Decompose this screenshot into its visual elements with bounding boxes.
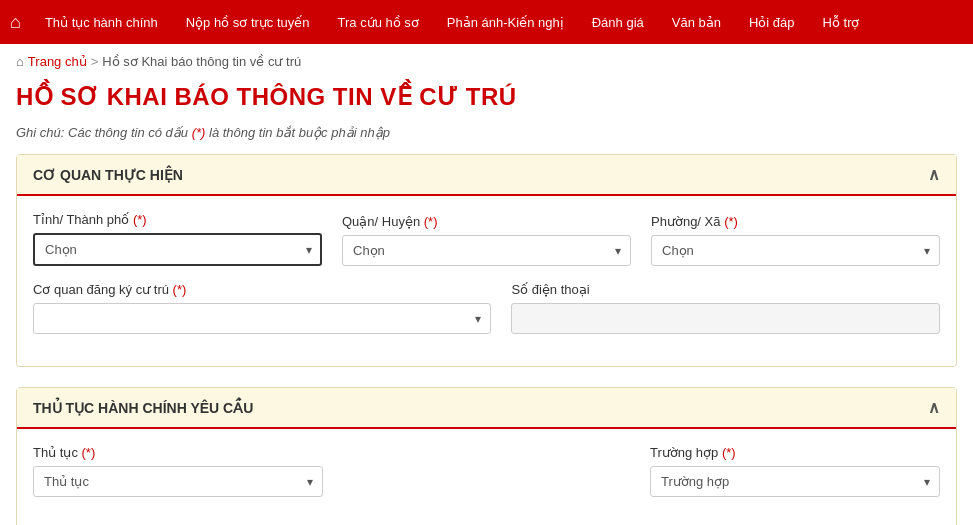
- section-thutuc-header[interactable]: THỦ TỤC HÀNH CHÍNH YÊU CẦU ∧: [17, 388, 956, 429]
- truonghop-select[interactable]: Trường hợp: [650, 466, 940, 497]
- form-row-coquan-sdt: Cơ quan đăng ký cư trú (*) Số điện thoại: [33, 282, 940, 334]
- note-asterisk: (*): [192, 125, 206, 140]
- truonghop-label: Trường hợp (*): [650, 445, 940, 460]
- thutuc-select[interactable]: Thủ tục: [33, 466, 323, 497]
- section-coquan-body: Tỉnh/ Thành phố (*) Chọn Quận/ Huyện (*)…: [17, 196, 956, 366]
- nav-item-vanban[interactable]: Văn bản: [658, 0, 735, 44]
- form-group-tinh: Tỉnh/ Thành phố (*) Chọn: [33, 212, 322, 266]
- phuong-label: Phường/ Xã (*): [651, 214, 940, 229]
- section-coquan-header[interactable]: CƠ QUAN THỰC HIỆN ∧: [17, 155, 956, 196]
- coquan-label: Cơ quan đăng ký cư trú (*): [33, 282, 491, 297]
- breadcrumb: ⌂ Trang chủ > Hồ sơ Khai báo thông tin v…: [0, 44, 973, 79]
- breadcrumb-home-icon: ⌂: [16, 54, 24, 69]
- breadcrumb-home-link[interactable]: Trang chủ: [28, 54, 87, 69]
- form-group-phuong: Phường/ Xã (*) Chọn: [651, 214, 940, 266]
- thutuc-label: Thủ tục (*): [33, 445, 323, 460]
- note-text: Ghi chú: Các thông tin có dấu: [16, 125, 192, 140]
- tinh-select[interactable]: Chọn: [33, 233, 322, 266]
- section-thutuc: THỦ TỤC HÀNH CHÍNH YÊU CẦU ∧ Thủ tục (*)…: [16, 387, 957, 525]
- section-thutuc-title: THỦ TỤC HÀNH CHÍNH YÊU CẦU: [33, 400, 253, 416]
- home-icon[interactable]: ⌂: [10, 12, 21, 33]
- section-coquan: CƠ QUAN THỰC HIỆN ∧ Tỉnh/ Thành phố (*) …: [16, 154, 957, 367]
- form-group-thutuc: Thủ tục (*) Thủ tục: [33, 445, 323, 497]
- nav-item-danhgia[interactable]: Đánh giá: [578, 0, 658, 44]
- thutuc-select-wrapper: Thủ tục: [33, 466, 323, 497]
- phuong-select[interactable]: Chọn: [651, 235, 940, 266]
- tinh-select-wrapper: Chọn: [33, 233, 322, 266]
- sdt-label: Số điện thoại: [511, 282, 940, 297]
- quan-select[interactable]: Chọn: [342, 235, 631, 266]
- quan-label: Quận/ Huyện (*): [342, 214, 631, 229]
- form-row-thutuc-truonghop: Thủ tục (*) Thủ tục Trường hợp (*) Trườn…: [33, 445, 940, 497]
- form-row-tinh-quan-phuong: Tỉnh/ Thành phố (*) Chọn Quận/ Huyện (*)…: [33, 212, 940, 266]
- sdt-input[interactable]: [511, 303, 940, 334]
- nav-item-nophoso[interactable]: Nộp hồ sơ trực tuyến: [172, 0, 324, 44]
- top-navigation: ⌂ Thủ tục hành chính Nộp hồ sơ trực tuyế…: [0, 0, 973, 44]
- nav-item-phananh[interactable]: Phản ánh-Kiến nghị: [433, 0, 578, 44]
- form-group-truonghop: Trường hợp (*) Trường hợp: [650, 445, 940, 497]
- nav-items: Thủ tục hành chính Nộp hồ sơ trực tuyến …: [31, 0, 963, 44]
- section-thutuc-body: Thủ tục (*) Thủ tục Trường hợp (*) Trườn…: [17, 429, 956, 525]
- nav-item-hotro[interactable]: Hỗ trợ: [809, 0, 874, 44]
- form-group-quan: Quận/ Huyện (*) Chọn: [342, 214, 631, 266]
- nav-item-tracuu[interactable]: Tra cứu hồ sơ: [324, 0, 433, 44]
- breadcrumb-sep: >: [91, 54, 99, 69]
- truonghop-select-wrapper: Trường hợp: [650, 466, 940, 497]
- phuong-select-wrapper: Chọn: [651, 235, 940, 266]
- chevron-up-icon2: ∧: [928, 398, 940, 417]
- tinh-label: Tỉnh/ Thành phố (*): [33, 212, 322, 227]
- quan-select-wrapper: Chọn: [342, 235, 631, 266]
- nav-item-hoidap[interactable]: Hỏi đáp: [735, 0, 809, 44]
- form-group-coquan: Cơ quan đăng ký cư trú (*): [33, 282, 491, 334]
- page-title: HỒ SƠ KHAI BÁO THÔNG TIN VỀ CƯ TRÚ: [0, 79, 973, 121]
- coquan-select-wrapper: [33, 303, 491, 334]
- section-coquan-title: CƠ QUAN THỰC HIỆN: [33, 167, 183, 183]
- chevron-up-icon: ∧: [928, 165, 940, 184]
- form-group-sdt: Số điện thoại: [511, 282, 940, 334]
- nav-item-thutuc[interactable]: Thủ tục hành chính: [31, 0, 172, 44]
- note-text2: là thông tin bắt buộc phải nhập: [205, 125, 390, 140]
- breadcrumb-current: Hồ sơ Khai báo thông tin về cư trú: [102, 54, 301, 69]
- note: Ghi chú: Các thông tin có dấu (*) là thô…: [0, 121, 973, 154]
- coquan-select[interactable]: [33, 303, 491, 334]
